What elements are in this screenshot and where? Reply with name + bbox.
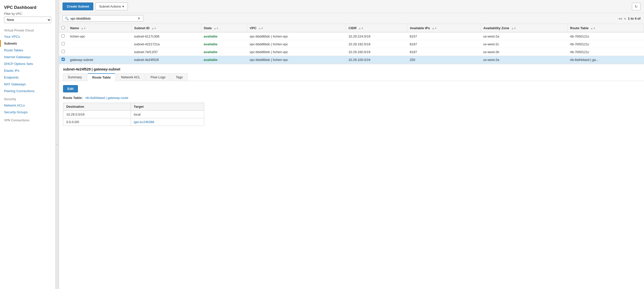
row-checkbox-cell [59, 40, 68, 48]
row-availability-zone: us-west-2a [481, 56, 567, 64]
row-available-ips: 8187 [407, 40, 481, 48]
table-row[interactable]: hchen-vpc subnet-6117c306 available vpc-… [59, 32, 644, 40]
row-state: available [201, 40, 247, 48]
route-target-cell: igw-ec246388 [131, 118, 204, 126]
sidebar-item-your-vpcs[interactable]: Your VPCs [0, 33, 55, 40]
row-vpc: vpc-bbdd6bdc | hchen-vpc [247, 48, 346, 56]
sidebar-section-label: VPN Connections [0, 116, 55, 123]
sidebar-item-internet-gateways[interactable]: Internet Gateways [0, 54, 55, 60]
row-state: available [201, 48, 247, 56]
row-cidr: 10.29.192.0/19 [346, 40, 407, 48]
sidebar-item-elastic-ips[interactable]: Elastic IPs [0, 67, 55, 74]
detail-tab-route-table[interactable]: Route Table [87, 73, 115, 81]
row-availability-zone: us-west-2c [481, 40, 567, 48]
sidebar-item-security-groups[interactable]: Security Groups [0, 109, 55, 116]
detail-tab-flow-logs[interactable]: Flow Logs [146, 73, 170, 81]
detail-tab-tags[interactable]: Tags [171, 73, 187, 81]
sort-vpc-icon: ▲▼ [258, 27, 264, 30]
table-row[interactable]: subnet-7ef11f37 available vpc-bbdd6bdc |… [59, 48, 644, 56]
subnet-actions-label: Subnet Actions [99, 5, 121, 8]
row-checkbox-1[interactable] [62, 42, 65, 45]
search-icon: 🔍 [65, 17, 69, 20]
edit-button[interactable]: Edit [63, 85, 78, 92]
sidebar-collapse-handle[interactable]: ‹ [55, 0, 59, 289]
sidebar-item-network-acls[interactable]: Network ACLs [0, 102, 55, 109]
subnet-actions-button[interactable]: Subnet Actions ▾ [95, 3, 128, 10]
create-subnet-button[interactable]: Create Subnet [63, 3, 93, 10]
detail-tab-summary[interactable]: Summary [63, 73, 87, 81]
route-table-reference: Route Table: rtb-8a94daed | gateway-rout… [63, 96, 640, 100]
refresh-button[interactable]: ↻ [632, 3, 640, 10]
table-row[interactable]: subnet-4221721a available vpc-bbdd6bdc |… [59, 40, 644, 48]
sidebar-item-dhcp-options-sets[interactable]: DHCP Options Sets [0, 60, 55, 67]
col-vpc[interactable]: VPC ▲▼ [247, 24, 346, 32]
row-availability-zone: us-west-2b [481, 48, 567, 56]
main-content: Create Subnet Subnet Actions ▾ ↻ 🔍 ✕ «« … [59, 0, 644, 289]
row-state: available [201, 32, 247, 40]
row-subnet-id: subnet-4221721a [132, 40, 201, 48]
route-target: local [134, 113, 141, 116]
col-route-table[interactable]: Route Table ▲▼ [567, 24, 644, 32]
route-target-cell: local [131, 111, 204, 118]
row-name [68, 40, 132, 48]
subnets-table: Name ▲▼ Subnet ID ▲▼ State ▲▼ VPC ▲▼ CID… [59, 24, 644, 64]
row-checkbox-cell [59, 56, 68, 64]
row-cidr: 10.29.100.0/24 [346, 56, 407, 64]
route-target-link[interactable]: igw-ec246388 [134, 120, 154, 124]
row-checkbox-0[interactable] [62, 34, 65, 38]
sort-rt-icon: ▲▼ [591, 27, 596, 30]
vpc-filter-select[interactable]: None [4, 17, 51, 23]
row-vpc: vpc-bbdd6bdc | hchen-vpc [247, 32, 346, 40]
row-route-table: rtb-7b50121c [567, 40, 644, 48]
row-checkbox-3[interactable] [62, 58, 65, 61]
detail-tab-network-acl[interactable]: Network ACL [116, 73, 145, 81]
select-all-checkbox[interactable] [62, 26, 65, 29]
row-available-ips: 250 [407, 56, 481, 64]
col-name[interactable]: Name ▲▼ [68, 24, 132, 32]
detail-tabs: SummaryRoute TableNetwork ACLFlow LogsTa… [59, 71, 644, 81]
sidebar-item-route-tables[interactable]: Route Tables [0, 47, 55, 54]
pagination-nav-first[interactable]: «« [619, 17, 622, 20]
subnets-table-wrap: Name ▲▼ Subnet ID ▲▼ State ▲▼ VPC ▲▼ CID… [59, 24, 644, 64]
row-available-ips: 8157 [407, 32, 481, 40]
select-all-cell [59, 24, 68, 32]
col-cidr[interactable]: CIDR ▲▼ [346, 24, 407, 32]
row-availability-zone: us-west-2a [481, 32, 567, 40]
sidebar-item-endpoints[interactable]: Endpoints [0, 74, 55, 81]
col-state[interactable]: State ▲▼ [201, 24, 247, 32]
app-title: VPC Dashboard [0, 3, 55, 11]
row-subnet-id: subnet-4e24f529 [132, 56, 201, 64]
row-route-table: rtb-8a94daed | ga... [567, 56, 644, 64]
route-row: 0.0.0.0/0 igw-ec246388 [63, 118, 204, 126]
routes-col-target: Target [131, 103, 204, 111]
row-cidr: 10.29.224.0/19 [346, 32, 407, 40]
col-available-ips[interactable]: Available IPs ▲▼ [407, 24, 481, 32]
pagination-nav-prev[interactable]: « [624, 17, 626, 20]
sidebar-item-subnets[interactable]: Subnets [0, 40, 55, 47]
search-input[interactable] [70, 17, 137, 20]
row-route-table: rtb-7b50121c [567, 32, 644, 40]
chevron-down-icon: ▾ [122, 5, 124, 8]
col-subnet-id[interactable]: Subnet ID ▲▼ [132, 24, 201, 32]
sidebar-item-peering-connections[interactable]: Peering Connections [0, 88, 55, 94]
row-subnet-id: subnet-7ef11f37 [132, 48, 201, 56]
col-availability-zone[interactable]: Availability Zone ▲▼ [481, 24, 567, 32]
sort-subnet-id-icon: ▲▼ [152, 27, 157, 30]
row-available-ips: 8187 [407, 48, 481, 56]
refresh-icon: ↻ [635, 5, 638, 9]
routes-table: Destination Target 10.29.0.0/16 local 0.… [63, 103, 204, 126]
row-name: gateway-subnet [68, 56, 132, 64]
table-row[interactable]: gateway-subnet subnet-4e24f529 available… [59, 56, 644, 64]
sidebar: VPC Dashboard Filter by VPC: None Virtua… [0, 0, 55, 289]
routes-col-destination: Destination [63, 103, 131, 111]
clear-search-button[interactable]: ✕ [137, 16, 141, 20]
row-checkbox-2[interactable] [62, 50, 65, 53]
sidebar-item-nat-gateways[interactable]: NAT Gateways [0, 81, 55, 88]
sort-name-icon: ▲▼ [81, 27, 86, 30]
route-table-link[interactable]: rtb-8a94daed | gateway-route [85, 96, 128, 100]
row-name: hchen-vpc [68, 32, 132, 40]
table-header-row: Name ▲▼ Subnet ID ▲▼ State ▲▼ VPC ▲▼ CID… [59, 24, 644, 32]
row-vpc: vpc-bbdd6bdc | hchen-vpc [247, 40, 346, 48]
row-checkbox-cell [59, 32, 68, 40]
sort-state-icon: ▲▼ [214, 27, 219, 30]
